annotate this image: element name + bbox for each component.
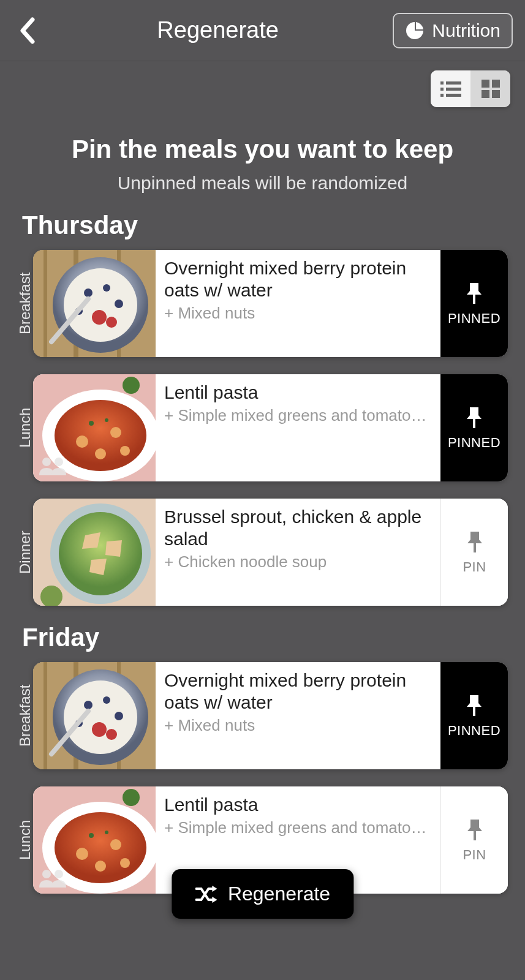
shuffle-icon [195, 885, 217, 903]
pin-icon [464, 530, 485, 554]
meal-card[interactable]: Brussel sprout, chicken & apple salad+ C… [33, 499, 508, 606]
svg-rect-1 [446, 81, 461, 85]
pin-button[interactable]: PIN [440, 499, 508, 606]
back-button[interactable] [12, 12, 43, 49]
meal-image [33, 250, 156, 357]
svg-rect-6 [482, 80, 489, 88]
svg-point-36 [55, 458, 63, 466]
day-section: FridayBreakfast Overnight mixed berry pr… [0, 623, 525, 894]
svg-point-31 [120, 446, 130, 456]
pin-button[interactable]: PIN [440, 786, 508, 894]
day-title: Friday [22, 623, 508, 652]
svg-point-72 [55, 870, 63, 878]
meal-slot-label: Breakfast [17, 662, 33, 769]
meal-subtitle: + Mixed nuts [164, 716, 431, 735]
svg-point-29 [110, 427, 121, 438]
meal-body: Brussel sprout, chicken & apple salad+ C… [156, 499, 440, 606]
meal-title: Lentil pasta [164, 794, 431, 816]
grid-view-button[interactable] [470, 70, 510, 107]
svg-point-70 [123, 789, 140, 806]
chevron-left-icon [19, 17, 36, 44]
svg-point-55 [115, 712, 123, 720]
pin-icon [464, 818, 485, 842]
svg-point-68 [89, 833, 94, 838]
pie-chart-icon [405, 21, 425, 40]
meal-row: Breakfast Overnight mixed berry protein … [17, 250, 508, 357]
meal-subtitle: + Mixed nuts [164, 304, 431, 323]
meal-body: Overnight mixed berry protein oats w/ wa… [156, 662, 440, 769]
pin-label: PIN [463, 559, 486, 575]
meal-title: Overnight mixed berry protein oats w/ wa… [164, 669, 431, 714]
view-toggle [431, 70, 510, 107]
svg-rect-7 [492, 80, 500, 88]
meal-body: Overnight mixed berry protein oats w/ wa… [156, 250, 440, 357]
pin-icon [464, 405, 485, 430]
meal-subtitle: + Chicken noodle soup [164, 552, 431, 571]
svg-point-40 [59, 512, 142, 595]
grid-icon [482, 80, 500, 98]
meal-title: Brussel sprout, chicken & apple salad [164, 506, 431, 550]
meal-card[interactable]: Lentil pasta+ Simple mixed greens and to… [33, 374, 508, 481]
meal-row: Dinner Brussel sprout, chicken & apple s… [17, 499, 508, 606]
meal-image [33, 499, 156, 606]
svg-point-53 [84, 701, 93, 709]
meal-card[interactable]: Overnight mixed berry protein oats w/ wa… [33, 250, 508, 357]
pin-label: PINNED [448, 723, 500, 739]
meal-title: Overnight mixed berry protein oats w/ wa… [164, 257, 431, 301]
svg-point-22 [106, 317, 117, 328]
svg-point-34 [123, 377, 140, 394]
svg-marker-42 [105, 540, 122, 557]
svg-point-58 [106, 729, 117, 740]
meal-slot-label: Lunch [17, 374, 33, 481]
regenerate-button[interactable]: Regenerate [172, 869, 353, 919]
people-icon [38, 868, 69, 889]
svg-point-17 [84, 288, 93, 297]
svg-rect-2 [440, 88, 444, 91]
svg-rect-9 [492, 90, 500, 98]
svg-rect-4 [440, 94, 444, 97]
people-icon [38, 456, 69, 477]
svg-rect-8 [482, 90, 489, 98]
meal-body: Lentil pasta+ Simple mixed greens and to… [156, 374, 440, 481]
meal-row: Lunch Lentil pasta+ Simple mixed greens … [17, 374, 508, 481]
svg-point-30 [95, 448, 106, 459]
svg-point-28 [76, 435, 88, 448]
meal-subtitle: + Simple mixed greens and tomato sa... [164, 406, 431, 425]
svg-point-19 [115, 300, 123, 308]
svg-rect-73 [474, 831, 476, 840]
pin-label: PIN [463, 847, 486, 863]
svg-point-35 [42, 458, 51, 466]
svg-point-18 [103, 284, 110, 292]
svg-marker-75 [212, 897, 217, 903]
pin-button[interactable]: PINNED [440, 250, 508, 357]
pin-button[interactable]: PINNED [440, 374, 508, 481]
svg-point-32 [89, 421, 94, 426]
list-icon [440, 80, 461, 97]
list-view-button[interactable] [431, 70, 470, 107]
svg-point-67 [120, 858, 130, 868]
meal-subtitle: + Simple mixed greens and tomato sa... [164, 818, 431, 837]
svg-rect-5 [446, 94, 461, 97]
pin-button[interactable]: PINNED [440, 662, 508, 769]
svg-rect-37 [473, 419, 475, 428]
regenerate-label: Regenerate [228, 883, 330, 905]
svg-point-52 [64, 680, 137, 754]
meal-image [33, 662, 156, 769]
svg-point-64 [76, 848, 88, 860]
svg-point-65 [110, 839, 121, 850]
svg-marker-74 [212, 886, 217, 892]
nutrition-label: Nutrition [432, 20, 500, 41]
meal-image [33, 374, 156, 481]
meal-card[interactable]: Overnight mixed berry protein oats w/ wa… [33, 662, 508, 769]
meal-title: Lentil pasta [164, 382, 431, 404]
svg-rect-0 [440, 81, 444, 85]
svg-point-54 [103, 696, 110, 704]
svg-rect-45 [474, 543, 476, 552]
day-title: Thursday [22, 211, 508, 240]
pin-label: PINNED [448, 435, 500, 451]
meal-slot-label: Dinner [17, 499, 33, 606]
pin-icon [464, 281, 485, 306]
nutrition-button[interactable]: Nutrition [393, 13, 513, 48]
svg-point-21 [92, 310, 107, 325]
svg-point-71 [42, 870, 51, 878]
